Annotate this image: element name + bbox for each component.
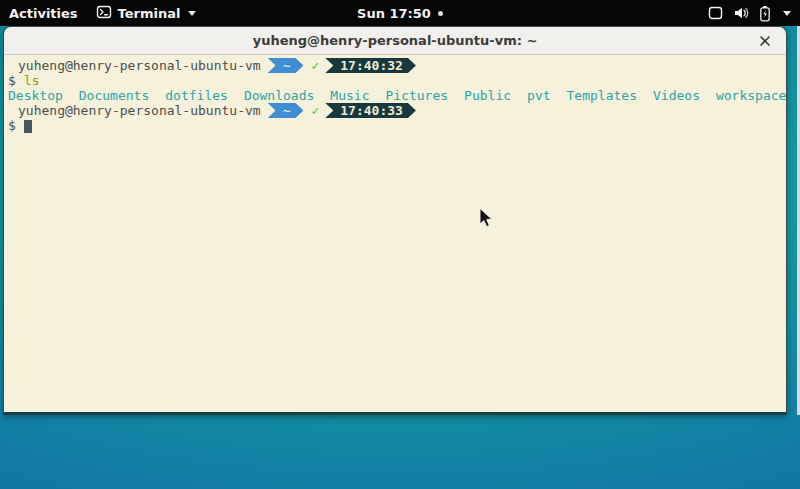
time-label: 17:40:33 bbox=[340, 103, 403, 118]
time-segment: 17:40:33 bbox=[325, 103, 416, 118]
directory-entry: Desktop bbox=[8, 88, 63, 103]
prompt-symbol: $ bbox=[8, 73, 16, 88]
cwd-segment: ~ bbox=[268, 58, 304, 73]
system-menu-button[interactable] bbox=[699, 0, 800, 26]
check-icon: ✓ bbox=[311, 103, 319, 118]
terminal-cursor bbox=[24, 120, 32, 133]
terminal-icon bbox=[96, 4, 112, 23]
terminal-window: yuheng@henry-personal-ubuntu-vm: ~ yuhen… bbox=[3, 26, 787, 415]
cwd-label: ~ bbox=[283, 58, 291, 73]
directory-entry: Public bbox=[464, 88, 511, 103]
current-command-line: $ bbox=[8, 118, 786, 133]
command-line-1: $ls bbox=[8, 73, 786, 88]
ls-output-line: DesktopDocumentsdotfilesDownloadsMusicPi… bbox=[8, 88, 786, 103]
app-menu-button[interactable]: Terminal bbox=[87, 0, 206, 26]
volume-icon bbox=[733, 5, 749, 21]
directory-entry: Downloads bbox=[244, 88, 314, 103]
directory-entry: pvt bbox=[527, 88, 550, 103]
notification-dot bbox=[438, 11, 443, 16]
cwd-segment: ~ bbox=[268, 103, 304, 118]
battery-charging-icon bbox=[759, 5, 771, 22]
clock-button[interactable]: Sun 17:50 bbox=[348, 6, 452, 21]
directory-entry: Pictures bbox=[385, 88, 448, 103]
directory-entry: workspace bbox=[716, 88, 786, 103]
directory-entry: Music bbox=[330, 88, 369, 103]
mouse-cursor bbox=[479, 208, 494, 229]
close-icon bbox=[760, 36, 770, 46]
directory-entry: Documents bbox=[79, 88, 149, 103]
close-button[interactable] bbox=[756, 32, 774, 50]
prompt-line-1: yuheng@henry-personal-ubuntu-vm~✓17:40:3… bbox=[8, 58, 786, 73]
window-title: yuheng@henry-personal-ubuntu-vm: ~ bbox=[253, 33, 538, 48]
prompt-symbol: $ bbox=[8, 118, 16, 133]
prompt-line-2: yuheng@henry-personal-ubuntu-vm~✓17:40:3… bbox=[8, 103, 786, 118]
cwd-label: ~ bbox=[283, 103, 291, 118]
typed-command: ls bbox=[24, 73, 40, 88]
top-bar: Activities Terminal Sun 17:50 bbox=[0, 0, 800, 26]
clock-label: Sun 17:50 bbox=[357, 6, 431, 21]
activities-button[interactable]: Activities bbox=[0, 0, 87, 26]
directory-entry: dotfiles bbox=[165, 88, 228, 103]
directory-entry: Templates bbox=[567, 88, 637, 103]
app-menu-label: Terminal bbox=[118, 6, 181, 21]
prompt-user-host: yuheng@henry-personal-ubuntu-vm bbox=[18, 58, 261, 73]
chevron-down-icon bbox=[783, 11, 791, 16]
desktop-background: Activities Terminal Sun 17:50 bbox=[0, 0, 800, 489]
time-label: 17:40:32 bbox=[340, 58, 403, 73]
check-icon: ✓ bbox=[311, 58, 319, 73]
prompt-user-host: yuheng@henry-personal-ubuntu-vm bbox=[18, 103, 261, 118]
terminal-screen[interactable]: yuheng@henry-personal-ubuntu-vm~✓17:40:3… bbox=[4, 55, 786, 412]
time-segment: 17:40:32 bbox=[325, 58, 416, 73]
chevron-down-icon bbox=[188, 11, 196, 16]
directory-entry: Videos bbox=[653, 88, 700, 103]
window-titlebar[interactable]: yuheng@henry-personal-ubuntu-vm: ~ bbox=[4, 27, 786, 55]
display-icon bbox=[708, 5, 723, 21]
